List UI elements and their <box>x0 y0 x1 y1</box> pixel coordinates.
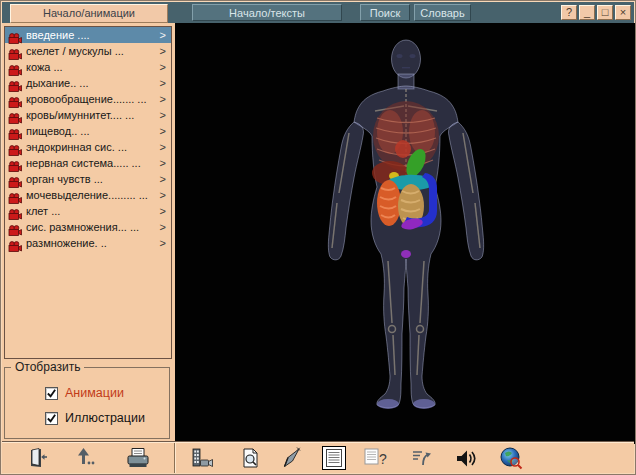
chevron-right-icon: > <box>160 45 166 57</box>
cd-search-button[interactable] <box>498 445 524 471</box>
menu-item-breathing[interactable]: дыхание.. ... > <box>5 75 171 91</box>
globe-search-icon <box>498 445 524 471</box>
minimize-button[interactable]: _ <box>579 5 595 20</box>
menu-item-blood-immunity[interactable]: кровь/имуннитет.... ... > <box>5 107 171 123</box>
topic-menu: введение .... > скелет / мускулы ... > к… <box>4 26 172 359</box>
menu-item-label: сис. размножения... ... <box>26 221 139 233</box>
movie-camera-icon <box>8 158 22 169</box>
chevron-right-icon: > <box>160 29 166 41</box>
print-button[interactable] <box>125 445 151 471</box>
close-button[interactable]: × <box>615 5 631 20</box>
chevron-right-icon: > <box>160 109 166 121</box>
display-options-title: Отобразить <box>11 360 84 374</box>
checkmark-icon <box>46 388 57 399</box>
menu-item-label: дыхание.. ... <box>26 77 89 89</box>
menu-item-endocrine-system[interactable]: эндокринная сис. ... > <box>5 139 171 155</box>
movie-camera-icon <box>8 62 22 73</box>
jump-back-button[interactable] <box>408 445 434 471</box>
chevron-right-icon: > <box>160 93 166 105</box>
up-level-button[interactable] <box>73 445 99 471</box>
app-window: Начало/анимации Начало/тексты Поиск Слов… <box>0 0 636 475</box>
up-arrow-icon <box>74 446 98 470</box>
movie-camera-icon <box>8 126 22 137</box>
illustrations-checkbox[interactable] <box>45 412 58 425</box>
toolbar-divider <box>174 443 175 473</box>
illustrations-checkbox-label: Иллюстрации <box>65 411 145 425</box>
menu-item-label: кровь/имуннитет.... ... <box>26 109 134 121</box>
speaker-icon <box>453 446 478 471</box>
menu-item-label: размножение. .. <box>26 237 107 249</box>
text-view-button[interactable] <box>322 446 346 470</box>
movie-camera-icon <box>8 110 22 121</box>
exit-button[interactable] <box>24 445 50 471</box>
menu-item-label: мочевыделение......... ... <box>26 189 148 201</box>
menu-item-nervous-system[interactable]: нервная система..... ... > <box>5 155 171 171</box>
animations-checkbox-row[interactable]: Анимации <box>45 386 124 400</box>
menu-item-label: введение .... <box>26 29 90 41</box>
printer-icon <box>125 445 151 471</box>
checkmark-icon <box>46 413 57 424</box>
movie-camera-icon <box>8 174 22 185</box>
help-button[interactable]: ? <box>561 5 577 20</box>
menu-item-circulation[interactable]: кровообращение....... ... > <box>5 91 171 107</box>
menu-item-introduction[interactable]: введение .... > <box>5 27 171 43</box>
display-options-group: Отобразить Анимации Иллюстрации <box>4 367 170 439</box>
anatomy-viewer-canvas[interactable] <box>175 23 635 444</box>
menu-item-reproduction[interactable]: размножение. .. > <box>5 235 171 251</box>
chevron-right-icon: > <box>160 157 166 169</box>
movie-camera-icon <box>8 78 22 89</box>
film-camera-icon <box>189 446 214 471</box>
human-body-figure <box>175 23 635 444</box>
animation-button[interactable] <box>188 445 214 471</box>
animations-checkbox-label: Анимации <box>65 386 124 400</box>
tab-home-texts[interactable]: Начало/тексты <box>192 4 342 21</box>
movie-camera-icon <box>8 222 22 233</box>
maximize-button[interactable]: □ <box>597 5 613 20</box>
illustration-search-button[interactable] <box>237 445 263 471</box>
menu-item-label: эндокринная сис. ... <box>26 141 127 153</box>
text-document-icon <box>324 448 344 468</box>
menu-item-skeleton-muscles[interactable]: скелет / мускулы ... > <box>5 43 171 59</box>
menu-item-label: нервная система..... ... <box>26 157 141 169</box>
chevron-right-icon: > <box>160 141 166 153</box>
chevron-right-icon: > <box>160 173 166 185</box>
movie-camera-icon <box>8 46 22 57</box>
menu-item-skin[interactable]: кожа ... > <box>5 59 171 75</box>
animations-checkbox[interactable] <box>45 387 58 400</box>
sound-button[interactable] <box>452 445 478 471</box>
jump-arrow-icon <box>409 446 433 470</box>
movie-camera-icon <box>8 142 22 153</box>
toolbar: ? <box>2 441 634 473</box>
menu-item-label: орган чувств ... <box>26 173 103 185</box>
menu-item-label: кожа ... <box>26 61 63 73</box>
movie-camera-icon <box>8 206 22 217</box>
chevron-right-icon: > <box>160 77 166 89</box>
menu-item-label: пищевод.. ... <box>26 125 90 137</box>
help-topic-button[interactable]: ? <box>362 445 388 471</box>
menu-item-sense-organs[interactable]: орган чувств ... > <box>5 171 171 187</box>
exit-door-icon <box>25 446 49 470</box>
illustrations-checkbox-row[interactable]: Иллюстрации <box>45 411 145 425</box>
chevron-right-icon: > <box>160 237 166 249</box>
chevron-right-icon: > <box>160 205 166 217</box>
svg-text:?: ? <box>379 451 387 467</box>
menu-item-cells[interactable]: клет ... > <box>5 203 171 219</box>
document-help-icon: ? <box>362 446 388 470</box>
menu-item-reproductive-system[interactable]: сис. размножения... ... > <box>5 219 171 235</box>
sidebar: введение .... > скелет / мускулы ... > к… <box>2 23 175 441</box>
tab-search[interactable]: Поиск <box>360 4 410 21</box>
movie-camera-icon <box>8 94 22 105</box>
chevron-right-icon: > <box>160 125 166 137</box>
chevron-right-icon: > <box>160 221 166 233</box>
menu-item-urinary-system[interactable]: мочевыделение......... ... > <box>5 187 171 203</box>
menu-item-esophagus[interactable]: пищевод.. ... > <box>5 123 171 139</box>
movie-camera-icon <box>8 30 22 41</box>
movie-camera-icon <box>8 190 22 201</box>
pen-tool-button[interactable] <box>277 445 303 471</box>
document-search-icon <box>238 446 262 470</box>
tab-dictionary[interactable]: Словарь <box>414 4 471 21</box>
tab-home-animations[interactable]: Начало/анимации <box>10 4 168 23</box>
menu-item-label: клет ... <box>26 205 60 217</box>
titlebar: Начало/анимации Начало/тексты Поиск Слов… <box>2 2 634 23</box>
movie-camera-icon <box>8 238 22 249</box>
